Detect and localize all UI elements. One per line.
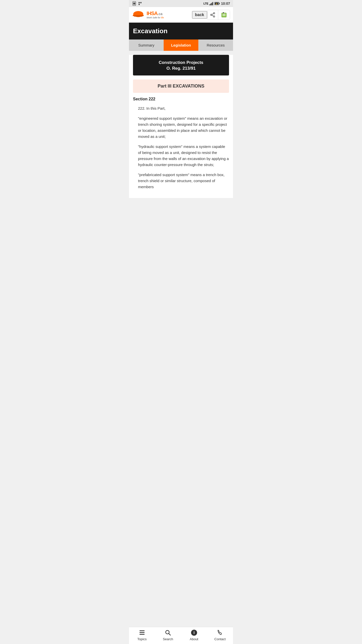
paragraph-intro: 222. In this Part, bbox=[133, 105, 229, 111]
nav-search[interactable]: Search bbox=[155, 629, 181, 641]
ihsa-brand: IHSA bbox=[147, 11, 158, 16]
domain-label: .ca bbox=[158, 12, 162, 16]
regulation-code: O. Reg. 213/91 bbox=[137, 66, 225, 71]
regulation-title: Construction Projects bbox=[137, 59, 225, 66]
menu-button[interactable] bbox=[218, 10, 230, 20]
svg-rect-10 bbox=[219, 3, 220, 4]
part-header: Part III EXCAVATIONS bbox=[133, 79, 229, 93]
ihsa-logo-icon bbox=[132, 9, 145, 20]
svg-line-20 bbox=[212, 15, 213, 16]
svg-point-19 bbox=[213, 16, 215, 17]
phone-icon bbox=[216, 629, 223, 636]
svg-rect-29 bbox=[140, 634, 145, 635]
status-bar: LTE ⚡ 10:07 bbox=[129, 0, 233, 7]
svg-rect-1 bbox=[133, 3, 135, 5]
svg-point-18 bbox=[211, 14, 212, 16]
nav-search-label: Search bbox=[163, 637, 173, 641]
logo: IHSA .ca Work Safe for life bbox=[132, 9, 164, 20]
tab-bar: Summary Legislation Resources bbox=[129, 39, 233, 51]
paragraph-hydraulic: "hydraulic support system" means a syste… bbox=[133, 144, 229, 168]
svg-line-21 bbox=[212, 13, 213, 14]
svg-rect-5 bbox=[209, 4, 210, 5]
info-icon: i bbox=[191, 629, 198, 636]
tab-legislation[interactable]: Legislation bbox=[164, 39, 198, 51]
logo-text: IHSA .ca Work Safe for life bbox=[147, 11, 164, 19]
svg-rect-26 bbox=[223, 12, 224, 13]
svg-text:⚡: ⚡ bbox=[215, 3, 218, 5]
svg-point-17 bbox=[213, 12, 215, 14]
svg-rect-22 bbox=[221, 13, 226, 17]
nav-topics[interactable]: Topics bbox=[129, 629, 155, 641]
list-icon bbox=[139, 629, 146, 636]
header-actions: back bbox=[192, 10, 230, 20]
svg-rect-28 bbox=[140, 632, 145, 633]
tab-resources[interactable]: Resources bbox=[198, 39, 233, 51]
battery-icon: ⚡ bbox=[214, 2, 220, 5]
notification-icon bbox=[138, 2, 142, 6]
main-content: Construction Projects O. Reg. 213/91 Par… bbox=[129, 55, 233, 198]
svg-line-31 bbox=[169, 633, 170, 635]
tagline: Work Safe for life bbox=[147, 16, 164, 19]
paragraph-prefabricated: "prefabricated support system" means a t… bbox=[133, 172, 229, 190]
sim-icon bbox=[132, 1, 137, 6]
svg-rect-27 bbox=[140, 630, 145, 631]
part-title: Part III EXCAVATIONS bbox=[137, 84, 225, 89]
nav-about-label: About bbox=[190, 637, 198, 641]
status-left-icons bbox=[132, 1, 142, 6]
page-title-section: Excavation bbox=[129, 23, 233, 39]
svg-rect-3 bbox=[140, 2, 142, 3]
back-button[interactable]: back bbox=[192, 11, 207, 19]
svg-rect-16 bbox=[133, 15, 144, 16]
svg-rect-4 bbox=[139, 4, 140, 5]
share-icon bbox=[210, 12, 215, 18]
section-number: Section 222 bbox=[133, 97, 229, 101]
time-display: 10:07 bbox=[221, 2, 230, 6]
svg-rect-2 bbox=[139, 2, 140, 3]
tab-summary[interactable]: Summary bbox=[129, 39, 164, 51]
app-header: IHSA .ca Work Safe for life back bbox=[129, 7, 233, 23]
share-button[interactable] bbox=[207, 10, 218, 20]
nav-contact[interactable]: Contact bbox=[207, 629, 233, 641]
regulation-header: Construction Projects O. Reg. 213/91 bbox=[133, 55, 229, 75]
header-icon-group bbox=[207, 10, 230, 20]
page-title: Excavation bbox=[133, 27, 229, 35]
signal-bars-icon bbox=[209, 2, 213, 5]
checklist-icon bbox=[221, 12, 227, 18]
legislation-body: Section 222 222. In this Part, "engineer… bbox=[129, 97, 233, 198]
search-icon bbox=[164, 629, 171, 636]
svg-rect-7 bbox=[211, 3, 212, 5]
nav-contact-label: Contact bbox=[214, 637, 226, 641]
svg-text:i: i bbox=[194, 630, 195, 635]
status-right-icons: LTE ⚡ 10:07 bbox=[203, 2, 230, 6]
nav-about[interactable]: i About bbox=[181, 629, 207, 641]
svg-rect-8 bbox=[212, 2, 213, 5]
svg-rect-6 bbox=[210, 4, 211, 5]
bottom-nav: Topics Search i About Contact bbox=[129, 627, 233, 644]
paragraph-engineered: "engineered support system" means an exc… bbox=[133, 115, 229, 140]
lte-label: LTE bbox=[203, 2, 208, 5]
nav-topics-label: Topics bbox=[137, 637, 147, 641]
